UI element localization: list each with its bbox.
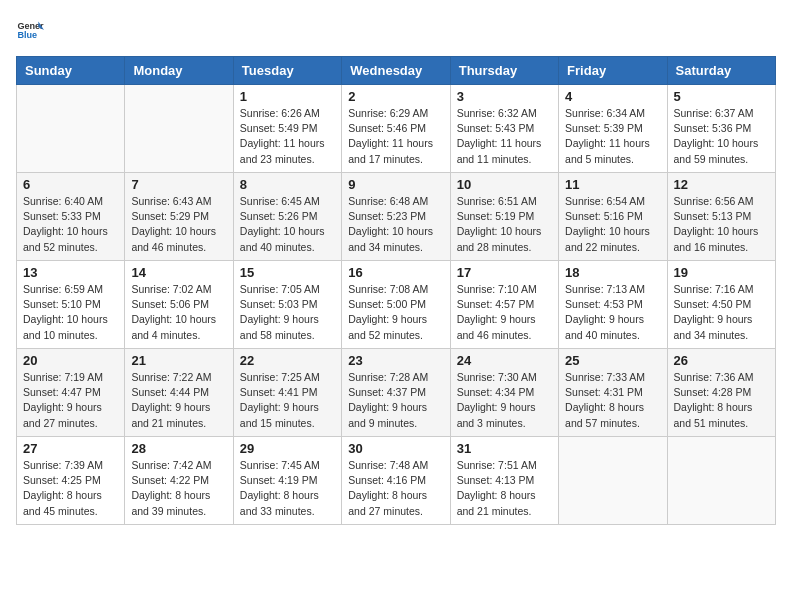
day-info: Sunrise: 7:08 AM Sunset: 5:00 PM Dayligh… bbox=[348, 282, 443, 343]
day-number: 1 bbox=[240, 89, 335, 104]
calendar-cell: 14Sunrise: 7:02 AM Sunset: 5:06 PM Dayli… bbox=[125, 261, 233, 349]
day-info: Sunrise: 6:34 AM Sunset: 5:39 PM Dayligh… bbox=[565, 106, 660, 167]
day-number: 3 bbox=[457, 89, 552, 104]
calendar-cell: 7Sunrise: 6:43 AM Sunset: 5:29 PM Daylig… bbox=[125, 173, 233, 261]
calendar-cell: 3Sunrise: 6:32 AM Sunset: 5:43 PM Daylig… bbox=[450, 85, 558, 173]
day-number: 15 bbox=[240, 265, 335, 280]
calendar-cell: 27Sunrise: 7:39 AM Sunset: 4:25 PM Dayli… bbox=[17, 437, 125, 525]
day-info: Sunrise: 7:05 AM Sunset: 5:03 PM Dayligh… bbox=[240, 282, 335, 343]
day-number: 28 bbox=[131, 441, 226, 456]
calendar-cell: 13Sunrise: 6:59 AM Sunset: 5:10 PM Dayli… bbox=[17, 261, 125, 349]
day-number: 9 bbox=[348, 177, 443, 192]
calendar-week-row: 6Sunrise: 6:40 AM Sunset: 5:33 PM Daylig… bbox=[17, 173, 776, 261]
day-number: 23 bbox=[348, 353, 443, 368]
calendar-cell bbox=[17, 85, 125, 173]
day-info: Sunrise: 7:48 AM Sunset: 4:16 PM Dayligh… bbox=[348, 458, 443, 519]
day-info: Sunrise: 7:51 AM Sunset: 4:13 PM Dayligh… bbox=[457, 458, 552, 519]
day-number: 7 bbox=[131, 177, 226, 192]
calendar-cell: 22Sunrise: 7:25 AM Sunset: 4:41 PM Dayli… bbox=[233, 349, 341, 437]
weekday-header: Friday bbox=[559, 57, 667, 85]
calendar-cell: 2Sunrise: 6:29 AM Sunset: 5:46 PM Daylig… bbox=[342, 85, 450, 173]
svg-text:Blue: Blue bbox=[17, 30, 37, 40]
day-number: 27 bbox=[23, 441, 118, 456]
day-info: Sunrise: 7:10 AM Sunset: 4:57 PM Dayligh… bbox=[457, 282, 552, 343]
day-number: 2 bbox=[348, 89, 443, 104]
calendar-cell: 26Sunrise: 7:36 AM Sunset: 4:28 PM Dayli… bbox=[667, 349, 775, 437]
weekday-header: Wednesday bbox=[342, 57, 450, 85]
calendar-week-row: 20Sunrise: 7:19 AM Sunset: 4:47 PM Dayli… bbox=[17, 349, 776, 437]
calendar-cell bbox=[667, 437, 775, 525]
calendar-cell: 29Sunrise: 7:45 AM Sunset: 4:19 PM Dayli… bbox=[233, 437, 341, 525]
day-number: 13 bbox=[23, 265, 118, 280]
calendar-cell: 12Sunrise: 6:56 AM Sunset: 5:13 PM Dayli… bbox=[667, 173, 775, 261]
day-number: 16 bbox=[348, 265, 443, 280]
weekday-header-row: SundayMondayTuesdayWednesdayThursdayFrid… bbox=[17, 57, 776, 85]
day-number: 5 bbox=[674, 89, 769, 104]
logo: General Blue bbox=[16, 16, 48, 44]
day-info: Sunrise: 7:25 AM Sunset: 4:41 PM Dayligh… bbox=[240, 370, 335, 431]
day-number: 12 bbox=[674, 177, 769, 192]
day-number: 11 bbox=[565, 177, 660, 192]
calendar-cell: 28Sunrise: 7:42 AM Sunset: 4:22 PM Dayli… bbox=[125, 437, 233, 525]
weekday-header: Sunday bbox=[17, 57, 125, 85]
calendar-cell: 4Sunrise: 6:34 AM Sunset: 5:39 PM Daylig… bbox=[559, 85, 667, 173]
calendar-week-row: 13Sunrise: 6:59 AM Sunset: 5:10 PM Dayli… bbox=[17, 261, 776, 349]
calendar-table: SundayMondayTuesdayWednesdayThursdayFrid… bbox=[16, 56, 776, 525]
day-info: Sunrise: 7:13 AM Sunset: 4:53 PM Dayligh… bbox=[565, 282, 660, 343]
calendar-cell: 31Sunrise: 7:51 AM Sunset: 4:13 PM Dayli… bbox=[450, 437, 558, 525]
day-info: Sunrise: 6:43 AM Sunset: 5:29 PM Dayligh… bbox=[131, 194, 226, 255]
logo-icon: General Blue bbox=[16, 16, 44, 44]
calendar-week-row: 1Sunrise: 6:26 AM Sunset: 5:49 PM Daylig… bbox=[17, 85, 776, 173]
day-info: Sunrise: 6:56 AM Sunset: 5:13 PM Dayligh… bbox=[674, 194, 769, 255]
day-info: Sunrise: 7:45 AM Sunset: 4:19 PM Dayligh… bbox=[240, 458, 335, 519]
calendar-cell: 6Sunrise: 6:40 AM Sunset: 5:33 PM Daylig… bbox=[17, 173, 125, 261]
calendar-cell: 30Sunrise: 7:48 AM Sunset: 4:16 PM Dayli… bbox=[342, 437, 450, 525]
day-info: Sunrise: 7:36 AM Sunset: 4:28 PM Dayligh… bbox=[674, 370, 769, 431]
day-number: 22 bbox=[240, 353, 335, 368]
day-info: Sunrise: 6:37 AM Sunset: 5:36 PM Dayligh… bbox=[674, 106, 769, 167]
day-info: Sunrise: 6:26 AM Sunset: 5:49 PM Dayligh… bbox=[240, 106, 335, 167]
day-info: Sunrise: 7:16 AM Sunset: 4:50 PM Dayligh… bbox=[674, 282, 769, 343]
calendar-cell: 19Sunrise: 7:16 AM Sunset: 4:50 PM Dayli… bbox=[667, 261, 775, 349]
day-number: 20 bbox=[23, 353, 118, 368]
day-number: 30 bbox=[348, 441, 443, 456]
day-info: Sunrise: 7:28 AM Sunset: 4:37 PM Dayligh… bbox=[348, 370, 443, 431]
day-info: Sunrise: 6:32 AM Sunset: 5:43 PM Dayligh… bbox=[457, 106, 552, 167]
day-number: 26 bbox=[674, 353, 769, 368]
calendar-cell: 5Sunrise: 6:37 AM Sunset: 5:36 PM Daylig… bbox=[667, 85, 775, 173]
day-number: 25 bbox=[565, 353, 660, 368]
calendar-cell bbox=[125, 85, 233, 173]
calendar-week-row: 27Sunrise: 7:39 AM Sunset: 4:25 PM Dayli… bbox=[17, 437, 776, 525]
calendar-cell: 17Sunrise: 7:10 AM Sunset: 4:57 PM Dayli… bbox=[450, 261, 558, 349]
weekday-header: Tuesday bbox=[233, 57, 341, 85]
day-number: 31 bbox=[457, 441, 552, 456]
day-number: 21 bbox=[131, 353, 226, 368]
calendar-cell: 25Sunrise: 7:33 AM Sunset: 4:31 PM Dayli… bbox=[559, 349, 667, 437]
calendar-cell: 1Sunrise: 6:26 AM Sunset: 5:49 PM Daylig… bbox=[233, 85, 341, 173]
day-number: 18 bbox=[565, 265, 660, 280]
day-info: Sunrise: 6:48 AM Sunset: 5:23 PM Dayligh… bbox=[348, 194, 443, 255]
page-header: General Blue bbox=[16, 16, 776, 44]
day-number: 10 bbox=[457, 177, 552, 192]
calendar-cell bbox=[559, 437, 667, 525]
calendar-cell: 24Sunrise: 7:30 AM Sunset: 4:34 PM Dayli… bbox=[450, 349, 558, 437]
weekday-header: Saturday bbox=[667, 57, 775, 85]
calendar-cell: 8Sunrise: 6:45 AM Sunset: 5:26 PM Daylig… bbox=[233, 173, 341, 261]
weekday-header: Monday bbox=[125, 57, 233, 85]
calendar-cell: 20Sunrise: 7:19 AM Sunset: 4:47 PM Dayli… bbox=[17, 349, 125, 437]
day-info: Sunrise: 6:51 AM Sunset: 5:19 PM Dayligh… bbox=[457, 194, 552, 255]
calendar-cell: 21Sunrise: 7:22 AM Sunset: 4:44 PM Dayli… bbox=[125, 349, 233, 437]
day-info: Sunrise: 7:30 AM Sunset: 4:34 PM Dayligh… bbox=[457, 370, 552, 431]
day-info: Sunrise: 7:33 AM Sunset: 4:31 PM Dayligh… bbox=[565, 370, 660, 431]
day-number: 24 bbox=[457, 353, 552, 368]
calendar-cell: 18Sunrise: 7:13 AM Sunset: 4:53 PM Dayli… bbox=[559, 261, 667, 349]
calendar-cell: 11Sunrise: 6:54 AM Sunset: 5:16 PM Dayli… bbox=[559, 173, 667, 261]
day-info: Sunrise: 7:19 AM Sunset: 4:47 PM Dayligh… bbox=[23, 370, 118, 431]
day-info: Sunrise: 6:29 AM Sunset: 5:46 PM Dayligh… bbox=[348, 106, 443, 167]
day-number: 17 bbox=[457, 265, 552, 280]
calendar-cell: 23Sunrise: 7:28 AM Sunset: 4:37 PM Dayli… bbox=[342, 349, 450, 437]
day-number: 6 bbox=[23, 177, 118, 192]
calendar-cell: 10Sunrise: 6:51 AM Sunset: 5:19 PM Dayli… bbox=[450, 173, 558, 261]
day-number: 19 bbox=[674, 265, 769, 280]
day-info: Sunrise: 6:54 AM Sunset: 5:16 PM Dayligh… bbox=[565, 194, 660, 255]
